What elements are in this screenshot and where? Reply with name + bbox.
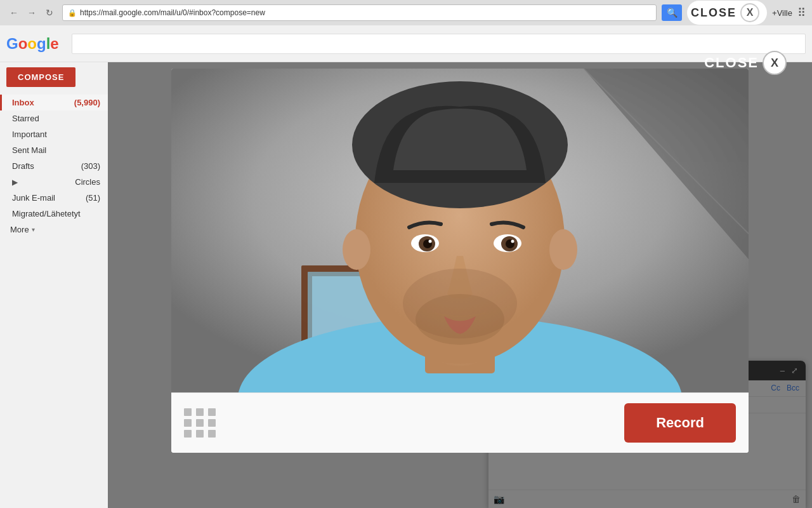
modal-container: Record [171,69,749,453]
sidebar-item-drafts[interactable]: Drafts (303) [0,158,108,174]
nav-buttons: ← → ↻ [6,5,57,20]
logo-o2: o [27,35,37,53]
browser-header-right: 🔍 CLOSE X +Ville ⠿ [662,1,806,25]
migrated-label: Migrated/Lähetetyt [12,209,81,218]
dot-7 [184,430,192,438]
search-button[interactable]: 🔍 [662,4,682,21]
close-x-icon: X [763,51,787,75]
circles-label: Circles [75,177,100,187]
more-label: More [10,225,29,234]
dot-3 [208,408,216,416]
drafts-label: Drafts [12,161,34,171]
sidebar-more-button[interactable]: More ▾ [0,222,108,237]
logo-e: e [50,35,58,53]
webcam-feed [171,69,749,392]
close-modal-label: CLOSE [704,55,759,71]
svg-point-19 [429,240,432,243]
svg-point-20 [511,240,514,243]
important-label: Important [12,130,47,139]
close-x-circle: X [740,3,759,22]
inbox-label: Inbox [12,98,34,107]
browser-toolbar: ← → ↻ 🔒 https://mail.google.com/mail/u/0… [0,0,812,25]
forward-button[interactable]: → [24,5,39,20]
close-modal-button[interactable]: CLOSE X [704,51,787,75]
modal-bottom-bar: Record [171,392,749,453]
sidebar-item-circles[interactable]: ▶ Circles [0,174,108,190]
logo-g: G [6,35,18,53]
modal-overlay: CLOSE X [108,62,812,508]
sidebar-item-sent[interactable]: Sent Mail [0,142,108,158]
svg-point-24 [549,229,577,270]
sidebar-item-inbox[interactable]: Inbox (5,990) [0,95,108,110]
compose-button[interactable]: COMPOSE [6,67,75,87]
main-content: COMPOSE Inbox (5,990) Starred Important … [0,62,812,508]
dot-8 [196,430,204,438]
sidebar-item-important[interactable]: Important [0,126,108,142]
junk-count: (51) [86,193,100,203]
sidebar-item-junk[interactable]: Junk E-mail (51) [0,190,108,206]
sidebar-item-starred[interactable]: Starred [0,110,108,126]
close-label: CLOSE [691,6,737,20]
inbox-count: (5,990) [74,98,100,107]
dot-9 [208,430,216,438]
apps-grid-icon[interactable]: ⠿ [797,6,806,20]
dot-4 [184,419,192,427]
record-button[interactable]: Record [624,403,736,443]
sidebar-item-migrated[interactable]: Migrated/Lähetetyt [0,206,108,222]
dot-5 [196,419,204,427]
sent-label: Sent Mail [12,145,46,155]
dot-6 [208,419,216,427]
gmail-topbar: Google [0,25,812,62]
app-grid-icon[interactable] [184,408,217,438]
google-logo: Google [6,35,59,53]
gmail-search-input[interactable] [72,34,806,54]
logo-g2: g [37,35,46,53]
person-image [171,69,749,392]
url-text: https://mail.google.com/mail/u/0/#inbox?… [80,8,265,17]
back-button[interactable]: ← [6,5,22,20]
more-chevron-icon: ▾ [32,226,35,233]
email-area: New Message – ⤢ To Cc Bcc Subject 📷 [108,62,812,508]
drafts-count: (303) [81,161,100,171]
sidebar: COMPOSE Inbox (5,990) Starred Important … [0,62,108,508]
dot-1 [184,408,192,416]
user-name: +Ville [772,8,792,18]
svg-point-22 [416,294,504,345]
starred-label: Starred [12,114,39,123]
dot-2 [196,408,204,416]
close-overlay-button[interactable]: CLOSE X [687,1,767,25]
junk-label: Junk E-mail [12,193,55,203]
logo-o1: o [18,35,28,53]
lock-icon: 🔒 [68,9,77,17]
modal-wrapper: CLOSE X [171,62,749,453]
chevron-circles: ▶ [12,178,18,187]
logo-l: l [46,35,51,53]
address-bar[interactable]: 🔒 https://mail.google.com/mail/u/0/#inbo… [62,4,657,21]
refresh-button[interactable]: ↻ [42,5,57,20]
svg-point-23 [343,229,370,270]
